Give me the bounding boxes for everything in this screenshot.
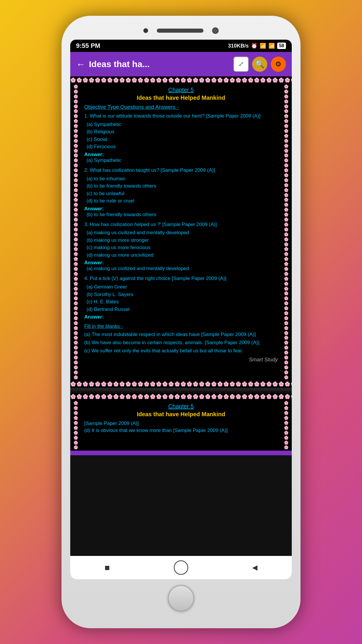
settings-icon: ⚙ — [275, 60, 282, 68]
chapter-title: Chapter 5 — [84, 87, 278, 93]
phone-screen: 9:55 PM 310KB/s ⏰ 📶 📶 58 ← Ideas that ha… — [70, 40, 292, 579]
stop-button[interactable]: ■ — [99, 559, 116, 576]
q4-opt-a: (a) Germain Greer — [87, 283, 278, 291]
clock-icon: ⏰ — [251, 43, 257, 49]
question-2: 2. What has civilization taught us? [Sam… — [84, 167, 278, 218]
back-button[interactable]: ← — [76, 59, 85, 70]
stop-icon: ■ — [105, 563, 110, 573]
p2-partial-text: (d) It is obvious that we know more than… — [84, 428, 278, 433]
q1-text: 1. What is our attitude towards those ou… — [84, 113, 278, 120]
q3-answer: (a) making us civilized and mentally dev… — [87, 266, 278, 272]
page-gap — [70, 388, 292, 391]
top-flower-border: 🌸🌸🌸🌸🌸🌸🌸🌸🌸🌸🌸🌸🌸🌸🌸🌸🌸🌸🌸🌸🌸🌸🌸🌸🌸🌸🌸🌸🌸🌸🌸🌸🌸🌸🌸🌸🌸🌸🌸🌸… — [70, 76, 292, 84]
page-2-content: Chapter 5 Ideas that have Helped Mankind… — [81, 400, 281, 451]
network-speed: 310KB/s — [228, 43, 249, 49]
battery-indicator: 58 — [277, 43, 286, 49]
fill-blanks-heading: Fill in the blanks - — [84, 323, 278, 329]
q3-opt-a: (a) making us civilized and mentally dev… — [87, 229, 278, 237]
q4-opt-d: (d) Bertrand Russel — [87, 306, 278, 313]
question-4: 4. Put a tick (V) against the right choi… — [84, 275, 278, 320]
page-1: 🌸🌸🌸🌸🌸🌸🌸🌸🌸🌸🌸🌸🌸🌸🌸🌸🌸🌸🌸🌸🌸🌸🌸🌸🌸🌸🌸🌸🌸🌸🌸🌸🌸🌸🌸🌸🌸🌸🌸🌸… — [70, 76, 292, 388]
speaker — [157, 29, 203, 33]
q4-answer-label: Answer: — [84, 314, 278, 320]
q3-answer-label: Answer: — [84, 260, 278, 266]
fill-item-b: (b) We have also become in certain respe… — [84, 339, 278, 346]
section-heading: Objective Type Questions and Answers - — [84, 104, 278, 110]
status-bar: 9:55 PM 310KB/s ⏰ 📶 📶 58 — [70, 40, 292, 52]
q2-answer-label: Answer: — [84, 206, 278, 212]
signal-icon: 📶 — [260, 43, 266, 49]
status-right: 310KB/s ⏰ 📶 📶 58 — [228, 43, 286, 49]
q2-opt-a: (a) to be inhuman — [87, 175, 278, 183]
q3-opt-c: (c) making us more ferocious — [87, 244, 278, 251]
q1-answer-label: Answer: — [84, 152, 278, 158]
question-3: 3. How has civilization helped us ?' [Sa… — [84, 221, 278, 272]
header-title: Ideas that ha... — [89, 59, 150, 69]
right-flowers: 🌸🌸🌸🌸🌸🌸🌸🌸🌸🌸🌸🌸🌸🌸🌸🌸🌸🌸🌸🌸🌸🌸🌸🌸🌸🌸🌸🌸🌸🌸🌸🌸🌸🌸🌸🌸🌸🌸🌸🌸… — [284, 84, 289, 380]
front-camera-icon — [143, 28, 148, 33]
app-header: ← Ideas that ha... ⤢ 🔍 ⚙ — [70, 52, 292, 76]
back-icon: ◄ — [250, 563, 259, 573]
settings-button[interactable]: ⚙ — [271, 57, 286, 72]
phone-top-bar — [67, 24, 295, 40]
home-button[interactable] — [172, 559, 190, 576]
search-button[interactable]: 🔍 — [252, 57, 267, 72]
purple-banner — [70, 451, 292, 455]
p2-right-flowers: 🌸🌸🌸🌸🌸🌸🌸🌸🌸🌸 — [284, 400, 289, 451]
physical-home-button[interactable] — [168, 585, 194, 611]
back-button-nav[interactable]: ◄ — [246, 559, 263, 576]
phone-bottom — [168, 579, 194, 614]
signal-icon2: 📶 — [268, 43, 275, 49]
q2-opt-b: (b) to be friendly towards others — [87, 182, 278, 190]
left-flowers: 🌸🌸🌸🌸🌸🌸🌸🌸🌸🌸🌸🌸🌸🌸🌸🌸🌸🌸🌸🌸🌸🌸🌸🌸🌸🌸🌸🌸🌸🌸🌸🌸🌸🌸🌸🌸🌸🌸🌸🌸… — [73, 84, 78, 380]
book-title: Ideas that have Helped Mankind — [84, 94, 278, 101]
fill-item-a: (a) The most indubitable respect in whic… — [84, 331, 278, 338]
p2-top-flower-border: 🌸🌸🌸🌸🌸🌸🌸🌸🌸🌸🌸🌸🌸🌸🌸🌸🌸🌸🌸🌸🌸🌸🌸🌸🌸🌸🌸🌸🌸🌸🌸🌸🌸🌸🌸🌸🌸🌸🌸🌸… — [70, 393, 292, 400]
bottom-flower-border: 🌸🌸🌸🌸🌸🌸🌸🌸🌸🌸🌸🌸🌸🌸🌸🌸🌸🌸🌸🌸🌸🌸🌸🌸🌸🌸🌸🌸🌸🌸🌸🌸🌸🌸🌸🌸🌸🌸🌸🌸… — [70, 380, 292, 388]
q3-opt-d: (d) making us more uncivilized — [87, 251, 278, 259]
q3-opt-b: (b) making us more stronger — [87, 237, 278, 244]
q1-answer: (a) Sympathetic — [87, 158, 278, 163]
p2-chapter-title: Chapter 5 — [84, 403, 278, 410]
q4-opt-b: (b) Sorothy L. Sayers — [87, 291, 278, 298]
header-left: ← Ideas that ha... — [76, 59, 150, 70]
q2-opt-c: (c) to be unlawful — [87, 190, 278, 197]
rear-camera-icon — [212, 27, 219, 34]
page-2: 🌸🌸🌸🌸🌸🌸🌸🌸🌸🌸🌸🌸🌸🌸🌸🌸🌸🌸🌸🌸🌸🌸🌸🌸🌸🌸🌸🌸🌸🌸🌸🌸🌸🌸🌸🌸🌸🌸🌸🌸… — [70, 393, 292, 455]
watermark: Smart Study — [84, 357, 278, 363]
phone-outer: 9:55 PM 310KB/s ⏰ 📶 📶 58 ← Ideas that ha… — [61, 16, 301, 628]
q1-opt-c: (c) Social — [87, 136, 278, 143]
p2-book-title: Ideas that have Helped Mankind — [84, 411, 278, 418]
q4-text: 4. Put a tick (V) against the right choi… — [84, 275, 278, 282]
p2-left-flowers: 🌸🌸🌸🌸🌸🌸🌸🌸🌸🌸 — [73, 400, 78, 451]
q1-opt-b: (b) Religious — [87, 128, 278, 136]
question-1: 1. What is our attitude towards those ou… — [84, 113, 278, 163]
home-circle-icon — [174, 560, 188, 575]
fill-blanks-section: Fill in the blanks - (a) The most indubi… — [84, 323, 278, 354]
page-1-content: Chapter 5 Ideas that have Helped Mankind… — [81, 84, 281, 380]
q1-opt-a: (a) Sympathetic — [87, 121, 278, 128]
bottom-nav: ■ ◄ — [70, 556, 292, 579]
q4-opt-c: (c) H. E. Bates — [87, 298, 278, 306]
q2-opt-d: (d) to be rude or cruel — [87, 197, 278, 205]
header-icons: ⤢ 🔍 ⚙ — [233, 57, 286, 72]
fill-item-c: (c) We suffer not only the evils that ac… — [84, 347, 278, 354]
q2-answer: (b) to be friendly towards others — [87, 212, 278, 218]
q1-opt-d: (d) Ferocious — [87, 143, 278, 150]
q2-text: 2. What has civilization taught us? [Sam… — [84, 167, 278, 174]
search-icon: 🔍 — [255, 60, 264, 69]
expand-button[interactable]: ⤢ — [233, 57, 249, 72]
q3-text: 3. How has civilization helped us ?' [Sa… — [84, 221, 278, 228]
p2-sample-tag: [Sample Paper 2009 (A)] — [84, 421, 278, 426]
expand-icon: ⤢ — [238, 60, 244, 68]
status-time: 9:55 PM — [76, 42, 100, 50]
content-area[interactable]: 🌸🌸🌸🌸🌸🌸🌸🌸🌸🌸🌸🌸🌸🌸🌸🌸🌸🌸🌸🌸🌸🌸🌸🌸🌸🌸🌸🌸🌸🌸🌸🌸🌸🌸🌸🌸🌸🌸🌸🌸… — [70, 76, 292, 556]
